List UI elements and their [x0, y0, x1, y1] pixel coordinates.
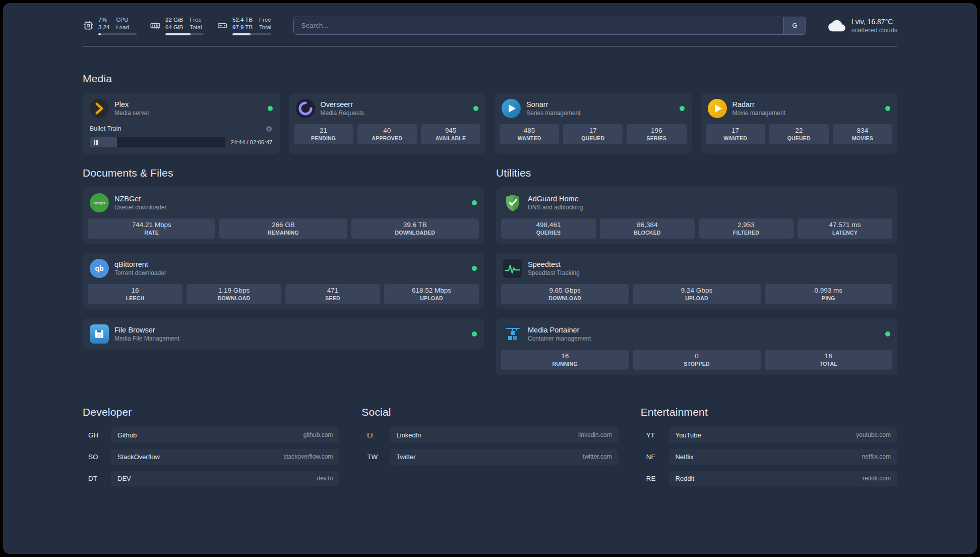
- bookmark-row-github: GH Github github.com: [83, 427, 339, 443]
- service-card-nzbget[interactable]: nzbget NZBGet Usenet downloader 744.21 M…: [83, 187, 484, 244]
- playback-progress-bar: [90, 137, 225, 147]
- group-documents-files: Documents & Files nzbget NZBGet Usenet d…: [83, 154, 484, 350]
- disk-labels: Free Total: [259, 16, 271, 31]
- sonarr-icon: [502, 99, 521, 118]
- search-input[interactable]: [294, 17, 783, 34]
- bookmark-group-social: Social LI LinkedIn linkedin.com TW Twitt…: [361, 406, 618, 492]
- status-dot: [472, 266, 477, 271]
- memory-values: 22 GiB 64 GiB: [165, 16, 183, 31]
- service-card-adguard[interactable]: AdGuard Home DNS and adblocking 498,461 …: [496, 187, 897, 244]
- bookmark-group-developer: Developer GH Github github.com SO StackO…: [83, 406, 339, 492]
- stat-block: 39.6 TB DOWNLOADED: [351, 218, 479, 239]
- bookmark-row-youtube: YT YouTube youtube.com: [641, 427, 897, 443]
- service-card-overseerr[interactable]: Overseerr Media Requests 21 PENDING 40 A…: [289, 93, 486, 154]
- cpu-labels: CPU Load: [116, 16, 129, 31]
- pause-icon[interactable]: [94, 140, 98, 145]
- stat-block: 834 MOVIES: [833, 124, 892, 144]
- service-subtitle: Container management: [528, 335, 591, 342]
- bookmark-link-github[interactable]: Github github.com: [111, 427, 339, 443]
- stat-block: 266 GB REMAINING: [219, 218, 347, 239]
- search-provider-button[interactable]: G: [783, 17, 806, 34]
- disk-usage-bar: [232, 33, 271, 35]
- disk-icon: [217, 20, 228, 31]
- stat-block: 16 TOTAL: [765, 350, 892, 370]
- bookmark-row-dev: DT DEV dev.to: [83, 471, 339, 486]
- stat-block: 2,953 FILTERED: [699, 218, 793, 239]
- service-subtitle: Torrent downloader: [114, 269, 166, 276]
- bookmark-abbr: GH: [83, 431, 111, 439]
- service-card-radarr[interactable]: Radarr Movie management 17 WANTED 22 QUE…: [701, 93, 898, 154]
- service-name: Overseerr: [321, 100, 364, 108]
- service-card-qbittorrent[interactable]: qb qBittorrent Torrent downloader 16 LEE…: [83, 253, 484, 309]
- bookmark-abbr: TW: [361, 453, 390, 461]
- bookmark-row-linkedin: LI LinkedIn linkedin.com: [361, 427, 618, 443]
- status-dot: [472, 331, 477, 337]
- speedtest-icon: [503, 259, 522, 278]
- stat-block: 16 RUNNING: [501, 350, 629, 370]
- weather-location: Lviv, 16.87°C: [851, 18, 897, 26]
- adguard-icon: [503, 193, 522, 212]
- portainer-icon: [503, 324, 522, 344]
- bookmark-title-entertainment: Entertainment: [641, 406, 897, 418]
- dashboard-root: 7% 3.24 CPU Load: [3, 3, 977, 554]
- stat-block: 498,461 QUERIES: [501, 218, 596, 239]
- stat-block: 945 AVAILABLE: [421, 124, 480, 144]
- stat-block: 485 WANTED: [500, 124, 559, 144]
- svg-text:nzbget: nzbget: [94, 201, 105, 205]
- bookmark-link-netflix[interactable]: Netflix netflix.com: [669, 449, 897, 465]
- weather-condition: scattered clouds: [851, 27, 897, 34]
- group-title-documents-files: Documents & Files: [83, 167, 484, 179]
- stat-block: 744.21 Mbps RATE: [88, 218, 215, 239]
- service-card-plex[interactable]: Plex Media server Bullet Train ⚙ 24:44 /…: [83, 93, 280, 154]
- service-card-portainer[interactable]: Media Portainer Container management 16 …: [496, 318, 897, 375]
- memory-usage-bar: [165, 33, 204, 35]
- bookmark-link-dev[interactable]: DEV dev.to: [111, 471, 339, 486]
- top-bar: 7% 3.24 CPU Load: [83, 16, 897, 35]
- service-subtitle: Speedtest Tracking: [528, 269, 580, 276]
- now-playing-title: Bullet Train: [90, 125, 121, 132]
- cpu-icon: [83, 20, 94, 31]
- memory-labels: Free Total: [190, 16, 202, 31]
- stat-block: 17 WANTED: [706, 124, 765, 144]
- cpu-values: 7% 3.24: [98, 16, 109, 31]
- stat-block: 22 QUEUED: [769, 124, 829, 144]
- service-card-speedtest[interactable]: Speedtest Speedtest Tracking 9.65 Gbps D…: [496, 253, 897, 309]
- bookmark-group-entertainment: Entertainment YT YouTube youtube.com NF …: [641, 406, 897, 492]
- stat-block: 1.19 Gbps DOWNLOAD: [187, 284, 281, 304]
- bookmark-link-twitter[interactable]: Twitter twitter.com: [390, 449, 618, 465]
- filebrowser-icon: [90, 324, 109, 344]
- bookmark-row-netflix: NF Netflix netflix.com: [641, 449, 897, 465]
- bookmark-abbr: LI: [361, 431, 390, 439]
- stat-block: 9.24 Gbps UPLOAD: [633, 284, 760, 304]
- bookmark-link-linkedin[interactable]: LinkedIn linkedin.com: [390, 427, 618, 443]
- bookmark-link-reddit[interactable]: Reddit reddit.com: [669, 471, 897, 486]
- plex-icon: [90, 99, 109, 118]
- overseerr-icon: [296, 99, 315, 118]
- playback-time: 24:44 / 02:06:47: [230, 139, 272, 145]
- disk-widget: 52.4 TB 97.9 TB Free Total: [217, 16, 271, 35]
- search-bar: G: [293, 17, 806, 35]
- status-dot: [473, 106, 478, 111]
- bookmark-link-stackoverflow[interactable]: StackOverflow stackoverflow.com: [111, 449, 339, 465]
- service-subtitle: Media File Management: [114, 335, 179, 342]
- bookmark-link-youtube[interactable]: YouTube youtube.com: [669, 427, 897, 443]
- nzbget-icon: nzbget: [90, 193, 109, 212]
- bookmark-abbr: DT: [83, 475, 111, 482]
- gear-icon[interactable]: ⚙: [266, 125, 272, 133]
- stat-block: 0.993 ms PING: [765, 284, 892, 304]
- bookmark-abbr: YT: [641, 431, 669, 439]
- stat-block: 0 STOPPED: [633, 350, 760, 370]
- service-name: Sonarr: [526, 100, 580, 108]
- radarr-icon: [708, 99, 727, 118]
- disk-values: 52.4 TB 97.9 TB: [232, 16, 253, 31]
- stat-block: 618.52 Mbps UPLOAD: [384, 284, 479, 304]
- bookmark-abbr: NF: [641, 453, 669, 461]
- bookmarks-section: Developer GH Github github.com SO StackO…: [83, 406, 897, 492]
- stat-block: 21 PENDING: [294, 124, 353, 144]
- service-card-filebrowser[interactable]: File Browser Media File Management: [83, 318, 484, 350]
- service-name: Radarr: [732, 100, 785, 108]
- status-dot: [268, 106, 273, 111]
- service-card-sonarr[interactable]: Sonarr Series management 485 WANTED 17 Q…: [495, 93, 692, 154]
- top-divider: [83, 46, 897, 46]
- memory-icon: [150, 20, 161, 31]
